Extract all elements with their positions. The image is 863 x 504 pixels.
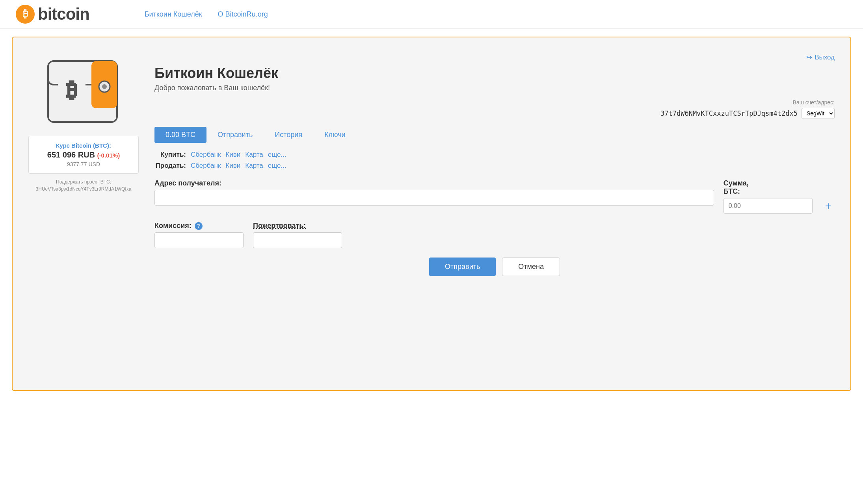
commission-group: Комиссия: ? 0.00001 [154,222,244,248]
donate-label: Пожертвовать: [253,222,342,230]
donate-group: Пожертвовать: [253,222,342,248]
buy-row: Купить: Сбербанк Киви Карта еще... [154,151,835,159]
sell-row: Продать: Сбербанк Киви Карта еще... [154,162,835,170]
main-container: ₿ ₿ Курс Bitcoin (BTC): 651 096 RUB (-0.… [12,37,851,391]
rate-currency[interactable]: Bitcoin (BTC): [71,142,111,149]
tab-balance[interactable]: 0.00 BTC [154,127,206,143]
tab-keys[interactable]: Ключи [313,127,357,143]
submit-row: Отправить Отмена [154,258,835,276]
add-recipient-button[interactable]: + [822,200,835,212]
commission-donate-row: Комиссия: ? 0.00001 Пожертвовать: [154,222,835,248]
amount-group: Сумма, БТС: [724,179,813,214]
svg-text:₿: ₿ [23,8,28,20]
rate-usd: 9377.77 USD [37,161,130,167]
commission-label: Комиссия: [154,222,192,230]
send-form: Адрес получателя: Сумма, БТС: + [154,179,835,276]
support-address: 3HUeVTsa3pw1dNcqY4Tv3Lr9RMdA1WQfxa [36,186,132,192]
sell-kiwi[interactable]: Киви [225,162,240,170]
rate-label: Курс Bitcoin (BTC): [37,142,130,149]
top-section: ₿ ₿ Курс Bitcoin (BTC): 651 096 RUB (-0.… [28,49,835,276]
rate-box: Курс Bitcoin (BTC): 651 096 RUB (-0.01%)… [28,136,139,174]
recipient-label: Адрес получателя: [154,179,714,187]
rate-rub: 651 096 RUB (-0.01%) [37,150,130,159]
amount-input[interactable] [724,198,813,214]
tab-send[interactable]: Отправить [206,127,264,143]
commission-label-row: Комиссия: ? [154,222,244,230]
logout-area: ↪ Выход [154,53,835,62]
rate-change: (-0.01%) [97,152,120,159]
tab-row: 0.00 BTC Отправить История Ключи [154,127,835,143]
recipient-group: Адрес получателя: [154,179,714,206]
commission-input[interactable]: 0.00001 [154,232,244,248]
buy-label: Купить: [154,151,186,159]
nav-about[interactable]: О BitcoinRu.org [218,10,268,19]
account-label: Ваш счет/адрес: [154,99,835,106]
tab-history[interactable]: История [264,127,313,143]
logout-button[interactable]: ↪ Выход [806,53,835,62]
wallet-address: 37t7dW6NMvKTCxxzuTCSrTpDJqsm4t2dx5 [660,109,798,117]
support-text: Поддержать проект BTC: 3HUeVTsa3pw1dNcqY… [36,178,132,193]
buy-kiwi[interactable]: Киви [225,151,240,159]
nav-links: Биткоин Кошелёк О BitcoinRu.org [145,10,268,19]
svg-point-6 [102,84,107,89]
sell-sberbank[interactable]: Сбербанк [191,162,221,170]
buy-card[interactable]: Карта [245,151,263,159]
cancel-button[interactable]: Отмена [502,258,560,276]
svg-text:₿: ₿ [67,79,77,102]
sell-label: Продать: [154,162,186,170]
right-panel: ↪ Выход Биткоин Кошелёк Добро пожаловать… [154,49,835,276]
recipient-input[interactable] [154,190,714,206]
amount-label: Сумма, БТС: [724,179,813,196]
logo-area: ₿ bitcoin [16,5,89,24]
commission-help-icon[interactable]: ? [195,222,203,230]
buy-sberbank[interactable]: Сбербанк [191,151,221,159]
wallet-title: Биткоин Кошелёк [154,65,835,82]
segwit-select[interactable]: SegWit Legacy P2SH [802,108,835,119]
sell-card[interactable]: Карта [245,162,263,170]
address-amount-row: Адрес получателя: Сумма, БТС: + [154,179,835,214]
send-button[interactable]: Отправить [429,258,496,276]
address-row: 37t7dW6NMvKTCxxzuTCSrTpDJqsm4t2dx5 SegWi… [154,108,835,119]
sell-more[interactable]: еще... [268,162,286,170]
nav-wallet[interactable]: Биткоин Кошелёк [145,10,202,19]
bitcoin-logo-icon: ₿ [16,5,35,24]
wallet-illustration-icon: ₿ ₿ [40,49,127,128]
left-panel: ₿ ₿ Курс Bitcoin (BTC): 651 096 RUB (-0.… [28,49,139,276]
welcome-text: Добро пожаловать в Ваш кошелёк! [154,84,835,92]
logo-text: bitcoin [38,5,89,24]
logout-icon: ↪ [806,53,812,62]
header: ₿ bitcoin Биткоин Кошелёк О BitcoinRu.or… [0,0,863,29]
donate-input[interactable] [253,232,342,248]
buy-more[interactable]: еще... [268,151,286,159]
